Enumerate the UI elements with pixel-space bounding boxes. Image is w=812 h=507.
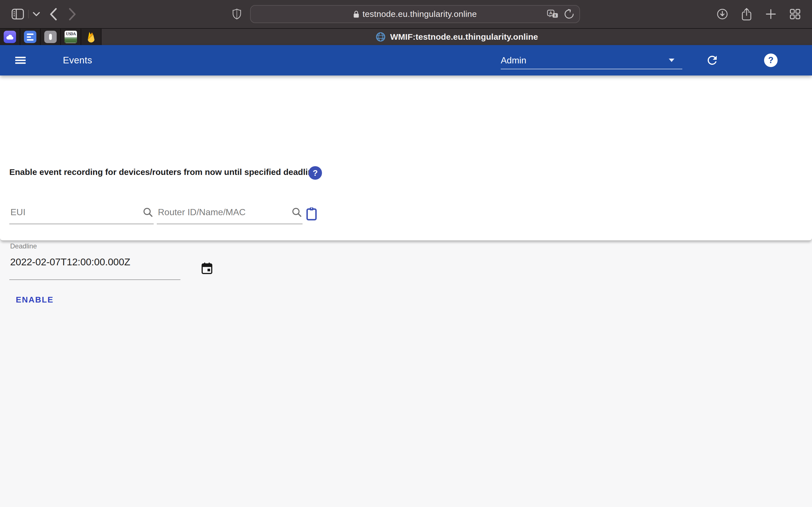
deadline-field: Deadline xyxy=(9,242,181,280)
address-bar[interactable]: testnode.eu.thingularity.online Ax̄ xyxy=(250,5,580,23)
menu-icon[interactable] xyxy=(15,57,26,64)
tab-title: WMIF:testnode.eu.thingularity.online xyxy=(390,32,538,42)
safari-window: testnode.eu.thingularity.online Ax̄ xyxy=(0,0,812,241)
eui-field xyxy=(9,202,154,224)
pinned-tab-firebase[interactable] xyxy=(81,29,101,45)
toolbar-divider xyxy=(28,10,29,18)
globe-favicon xyxy=(375,32,386,42)
toolbar-actions xyxy=(717,8,801,21)
heading-help-icon[interactable]: ? xyxy=(308,166,322,180)
browser-toolbar: testnode.eu.thingularity.online Ax̄ xyxy=(0,0,812,28)
pinned-tab-info[interactable] xyxy=(41,29,61,45)
content-card: Enable event recording for devices/route… xyxy=(0,75,812,241)
privacy-shield-icon[interactable] xyxy=(232,8,242,20)
paste-clipboard-icon[interactable] xyxy=(305,207,318,221)
refresh-icon[interactable] xyxy=(705,54,719,67)
role-select[interactable]: Admin xyxy=(501,52,682,69)
back-icon[interactable] xyxy=(50,8,57,20)
usda-label: USDA xyxy=(66,31,75,37)
tab-overview-icon[interactable] xyxy=(790,8,801,20)
pinned-tab-usda[interactable]: USDA xyxy=(61,29,81,45)
enable-button[interactable]: ENABLE xyxy=(9,291,60,308)
pinned-tab-docs[interactable] xyxy=(20,29,41,45)
downloads-icon[interactable] xyxy=(717,8,728,20)
deadline-input[interactable] xyxy=(9,256,181,280)
help-circle: ? xyxy=(764,54,777,67)
firebase-icon xyxy=(85,31,97,43)
cloud-app-icon xyxy=(4,31,16,43)
section-heading: Enable event recording for devices/route… xyxy=(9,167,320,177)
deadline-label: Deadline xyxy=(9,242,181,250)
translate-icon[interactable]: Ax̄ xyxy=(547,9,558,19)
usda-field-image xyxy=(64,37,77,43)
router-field xyxy=(157,202,303,224)
forward-icon[interactable] xyxy=(68,8,76,20)
active-tab[interactable]: WMIF:testnode.eu.thingularity.online xyxy=(101,29,812,45)
lock-icon[interactable] xyxy=(353,10,359,18)
router-input[interactable] xyxy=(157,207,291,219)
address-cluster: testnode.eu.thingularity.online Ax̄ xyxy=(232,0,580,28)
chevron-down-icon[interactable] xyxy=(33,12,40,17)
docs-app-icon xyxy=(24,31,36,43)
svg-text:A: A xyxy=(549,10,552,15)
svg-text:x̄: x̄ xyxy=(554,13,557,17)
calendar-icon[interactable] xyxy=(200,262,214,275)
info-app-icon xyxy=(44,31,57,43)
page-title: Events xyxy=(63,55,92,66)
help-icon[interactable]: ? xyxy=(764,54,777,67)
role-select-value: Admin xyxy=(501,55,526,66)
search-icon[interactable] xyxy=(291,207,303,218)
pinned-tab-cloud[interactable] xyxy=(0,29,20,45)
url-text: testnode.eu.thingularity.online xyxy=(363,9,477,19)
new-tab-icon[interactable] xyxy=(765,8,776,20)
address-bar-actions: Ax̄ xyxy=(547,6,574,22)
eui-input[interactable] xyxy=(9,207,142,219)
sidebar-toggle-icon[interactable] xyxy=(11,8,24,20)
search-icon[interactable] xyxy=(142,207,154,218)
navigation-cluster xyxy=(11,8,76,20)
usda-site-icon: USDA xyxy=(64,31,77,43)
select-caret-icon xyxy=(669,59,674,62)
reload-icon[interactable] xyxy=(564,9,574,19)
url-group: testnode.eu.thingularity.online xyxy=(353,9,477,19)
app-bar: Events Admin ? xyxy=(0,45,812,75)
tab-bar: USDA WMIF:testnode.eu.thingularity.onlin… xyxy=(0,28,812,45)
share-icon[interactable] xyxy=(741,8,752,21)
